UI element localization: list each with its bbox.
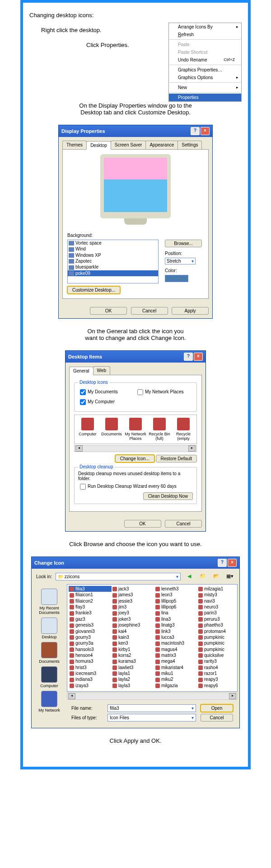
file-item[interactable]: reapy3: [197, 676, 238, 682]
file-item[interactable]: layla2: [112, 676, 154, 682]
file-item[interactable]: genesis3: [69, 622, 112, 628]
file-item[interactable]: gaz3: [69, 616, 112, 622]
side-network[interactable]: My Network: [33, 691, 65, 712]
file-item[interactable]: flay3: [69, 604, 112, 610]
file-item[interactable]: jessie3: [112, 598, 154, 604]
close-button[interactable]: ×: [194, 353, 203, 361]
back-icon[interactable]: ◀: [184, 571, 194, 581]
side-recent[interactable]: My Recent Documents: [33, 589, 65, 615]
file-item[interactable]: gourry3a: [69, 640, 112, 646]
file-item[interactable]: kurama3: [112, 658, 154, 664]
side-documents[interactable]: Documents: [33, 642, 65, 664]
newfolder-icon[interactable]: 📂: [211, 571, 221, 581]
filetype-field[interactable]: Icon Files: [107, 714, 196, 722]
file-item[interactable]: rasho4: [197, 665, 238, 670]
file-item[interactable]: indiana3: [69, 676, 112, 682]
file-item[interactable]: macintosh3: [154, 640, 197, 646]
file-item[interactable]: homura3: [69, 658, 112, 664]
menu-gopt[interactable]: Graphics Options: [169, 74, 241, 81]
cancel-button[interactable]: Cancel: [201, 714, 233, 722]
file-item[interactable]: razor1: [197, 670, 238, 676]
file-item[interactable]: gourry3: [69, 634, 112, 640]
file-item[interactable]: kain3: [112, 634, 154, 640]
file-item[interactable]: neuro3: [197, 604, 238, 610]
side-desktop[interactable]: Desktop: [33, 618, 65, 639]
icon-scrollbar[interactable]: ◂▸: [74, 445, 197, 452]
menu-new[interactable]: New: [169, 84, 241, 91]
close-button[interactable]: ×: [228, 559, 237, 567]
file-item[interactable]: ken3: [112, 640, 154, 646]
file-item[interactable]: peruru3: [197, 616, 238, 622]
file-item[interactable]: lina3: [154, 616, 197, 622]
file-item[interactable]: quicksilve: [197, 652, 238, 658]
browse-button[interactable]: Browse...: [165, 240, 202, 247]
file-item[interactable]: mega4: [154, 658, 197, 664]
file-item[interactable]: frankie3: [69, 610, 112, 616]
tab-themes[interactable]: Themes: [62, 141, 87, 149]
file-item[interactable]: matrix3: [154, 652, 197, 658]
file-item[interactable]: protoman4: [197, 628, 238, 634]
chk-mycomp[interactable]: My Computer: [78, 398, 136, 406]
file-item[interactable]: giovanni3: [69, 628, 112, 634]
file-item[interactable]: pumpkinic: [197, 634, 238, 640]
file-item[interactable]: josephine3: [112, 622, 154, 628]
help-button[interactable]: ?: [184, 353, 193, 361]
tab-screensaver[interactable]: Screen Saver: [111, 141, 146, 149]
file-item[interactable]: lina: [154, 610, 197, 616]
menu-gprop[interactable]: Graphics Properties…: [169, 66, 241, 74]
up-icon[interactable]: 📁: [198, 571, 208, 581]
open-button[interactable]: Open: [201, 704, 233, 712]
file-item[interactable]: lucca3: [154, 634, 197, 640]
tab-appearance[interactable]: Appearance: [145, 141, 178, 149]
file-item[interactable]: korra2: [112, 652, 154, 658]
ok-button[interactable]: OK: [90, 307, 127, 315]
file-item[interactable]: hansolo3: [69, 646, 112, 652]
file-item[interactable]: joey3: [112, 610, 154, 616]
menu-undo[interactable]: Undo RenameCtrl+Z: [169, 56, 241, 64]
file-item[interactable]: filiaicon1: [69, 592, 112, 598]
tab-web[interactable]: Web: [93, 366, 110, 375]
file-item[interactable]: kai4: [112, 628, 154, 634]
file-item[interactable]: jack3: [112, 586, 154, 592]
cancel-button[interactable]: Cancel: [131, 307, 168, 315]
position-select[interactable]: Stretch: [165, 258, 196, 264]
file-item[interactable]: layla1: [112, 670, 154, 676]
file-item[interactable]: mikaristar4: [154, 665, 197, 670]
ok-button[interactable]: OK: [124, 520, 161, 528]
file-item[interactable]: reapy6: [197, 683, 238, 689]
file-item[interactable]: magus4: [154, 646, 197, 652]
file-item[interactable]: milzagia1: [197, 586, 238, 592]
file-item[interactable]: james3: [112, 592, 154, 598]
menu-properties[interactable]: Properties: [169, 94, 241, 101]
file-item[interactable]: lawliet3: [112, 665, 154, 670]
file-item[interactable]: pumpkinic: [197, 646, 238, 652]
file-item[interactable]: misty3: [197, 592, 238, 598]
help-button[interactable]: ?: [218, 559, 227, 567]
background-list[interactable]: Vortec space Wind Windows XP Zapotec blu…: [67, 240, 159, 283]
file-item[interactable]: linatg3: [154, 622, 197, 628]
file-item[interactable]: lillipop5: [154, 598, 197, 604]
icon-preview-row[interactable]: Computer Documents My Network Places Rec…: [74, 415, 197, 444]
menu-arrange[interactable]: Arrange Icons By: [169, 23, 241, 31]
file-item[interactable]: link3: [154, 628, 197, 634]
apply-button[interactable]: Apply: [172, 307, 209, 315]
menu-refresh[interactable]: RRefreshefresh: [169, 31, 241, 38]
chk-mydocs[interactable]: My Documents: [78, 388, 136, 396]
file-item[interactable]: phaetho3: [197, 622, 238, 628]
customize-desktop-button[interactable]: Customize Desktop...: [67, 286, 120, 294]
file-item[interactable]: jim3: [112, 604, 154, 610]
file-item[interactable]: izaya3: [69, 683, 112, 689]
tab-settings[interactable]: Settings: [178, 141, 202, 149]
clean-now-button[interactable]: Clean Desktop Now: [143, 492, 193, 500]
file-item[interactable]: parin3: [197, 610, 238, 616]
file-item[interactable]: milgazia: [154, 683, 197, 689]
file-list[interactable]: filia3filiaicon1filiaicon2flay3frankie3g…: [67, 584, 238, 692]
help-button[interactable]: ?: [191, 127, 200, 135]
restore-default-button[interactable]: Restore Default: [156, 455, 197, 462]
tab-desktop[interactable]: Desktop: [86, 141, 111, 150]
chk-cleanup[interactable]: Run Desktop Cleanup Wizard every 60 days: [78, 482, 193, 491]
file-item[interactable]: filiaicon2: [69, 598, 112, 604]
file-item[interactable]: pumpkinic: [197, 640, 238, 646]
file-item[interactable]: henson4: [69, 652, 112, 658]
file-item[interactable]: layla3: [112, 683, 154, 689]
